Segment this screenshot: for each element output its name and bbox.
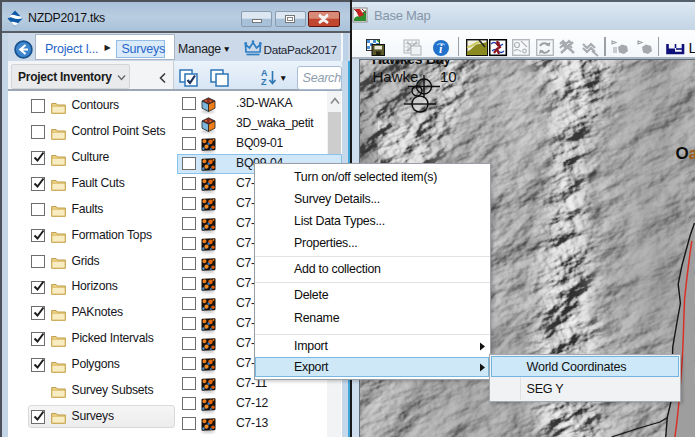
svg-text:Hawkes Bay: Hawkes Bay [372, 60, 451, 67]
svg-text:10: 10 [440, 68, 457, 85]
svg-text:O: O [676, 144, 689, 163]
svg-text:Z: Z [261, 77, 267, 87]
svg-text:a: a [689, 144, 695, 163]
svg-text:Hawke: Hawke [373, 68, 419, 85]
